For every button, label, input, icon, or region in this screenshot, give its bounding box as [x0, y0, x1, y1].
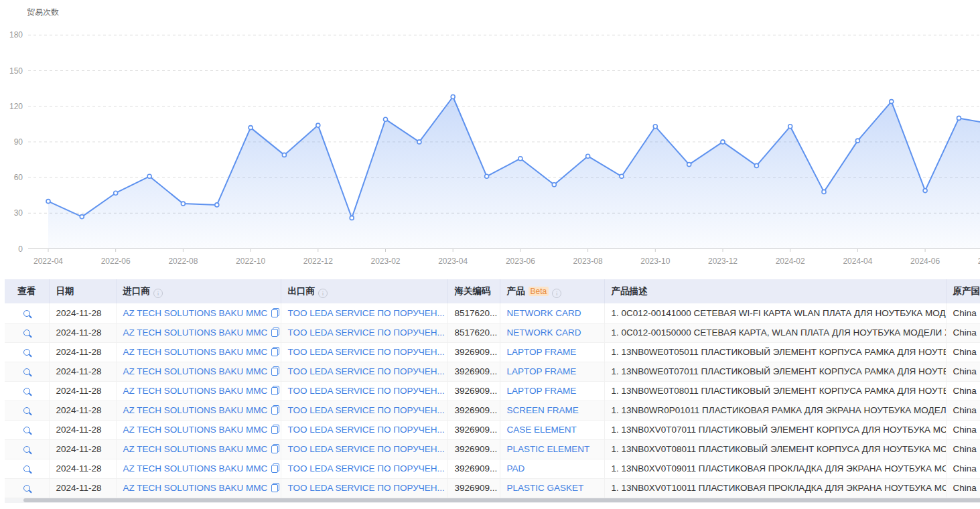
data-point-marker[interactable] [282, 153, 286, 157]
importer-link[interactable]: AZ TECH SOLUTIONS BAKU MMC [123, 405, 268, 415]
data-point-marker[interactable] [485, 174, 489, 178]
column-header-label: 产品 [507, 286, 525, 296]
hs-code-cell: 3926909... [447, 342, 500, 362]
data-point-marker[interactable] [147, 174, 151, 178]
view-detail-magnifier-icon[interactable] [23, 485, 30, 492]
data-point-marker[interactable] [957, 116, 961, 120]
copy-icon[interactable] [271, 483, 279, 492]
data-point-marker[interactable] [249, 126, 253, 130]
data-point-marker[interactable] [316, 123, 320, 127]
data-point-marker[interactable] [80, 215, 84, 219]
copy-icon[interactable] [271, 405, 279, 415]
horizontal-scrollbar[interactable] [5, 498, 980, 503]
exporter-link[interactable]: TOO LEDA SERVICE ПО ПОРУЧЕН... [288, 386, 445, 396]
copy-icon[interactable] [271, 386, 279, 395]
view-detail-magnifier-icon[interactable] [23, 446, 30, 453]
copy-icon[interactable] [271, 463, 279, 473]
product-link[interactable]: NETWORK CARD [507, 308, 581, 318]
exporter-link[interactable]: TOO LEDA SERVICE ПО ПОРУЧЕН... [288, 347, 445, 357]
date-value: 2024-11-28 [56, 366, 102, 376]
view-detail-magnifier-icon[interactable] [23, 407, 30, 414]
data-point-marker[interactable] [552, 183, 556, 187]
importer-link[interactable]: AZ TECH SOLUTIONS BAKU MMC [123, 328, 268, 338]
info-icon[interactable] [153, 289, 163, 298]
exporter-link[interactable]: TOO LEDA SERVICE ПО ПОРУЧЕН... [288, 328, 445, 338]
origin-country-cell: China [946, 478, 980, 498]
copy-icon[interactable] [271, 444, 279, 453]
view-detail-magnifier-icon[interactable] [23, 310, 30, 317]
table-row: 2024-11-28 AZ TECH SOLUTIONS BAKU MMC TO… [5, 478, 980, 498]
data-point-marker[interactable] [215, 203, 219, 207]
data-point-marker[interactable] [687, 163, 691, 167]
data-point-marker[interactable] [384, 117, 388, 121]
product-link[interactable]: LAPTOP FRAME [507, 347, 577, 357]
data-point-marker[interactable] [890, 100, 894, 104]
product-link[interactable]: NETWORK CARD [507, 328, 581, 338]
hs-code-value: 3926909... [455, 347, 498, 357]
data-point-marker[interactable] [923, 189, 927, 193]
view-cell [5, 439, 49, 459]
view-detail-magnifier-icon[interactable] [23, 427, 30, 433]
data-point-marker[interactable] [451, 95, 455, 99]
date-cell: 2024-11-28 [49, 420, 116, 439]
data-point-marker[interactable] [586, 154, 590, 158]
copy-icon[interactable] [271, 366, 279, 376]
info-icon[interactable] [552, 289, 561, 298]
view-detail-magnifier-icon[interactable] [23, 349, 30, 356]
data-point-marker[interactable] [721, 140, 725, 144]
data-point-marker[interactable] [822, 190, 826, 194]
view-detail-magnifier-icon[interactable] [23, 368, 30, 375]
data-point-marker[interactable] [181, 202, 185, 206]
product-link[interactable]: PLASTIC ELEMENT [507, 444, 590, 454]
table-row: 2024-11-28 AZ TECH SOLUTIONS BAKU MMC TO… [5, 303, 980, 323]
exporter-link[interactable]: TOO LEDA SERVICE ПО ПОРУЧЕН... [288, 405, 445, 415]
importer-link[interactable]: AZ TECH SOLUTIONS BAKU MMC [123, 386, 268, 396]
exporter-link[interactable]: TOO LEDA SERVICE ПО ПОРУЧЕН... [288, 366, 445, 376]
exporter-link[interactable]: TOO LEDA SERVICE ПО ПОРУЧЕН... [288, 483, 445, 493]
date-value: 2024-11-28 [56, 347, 102, 357]
exporter-link[interactable]: TOO LEDA SERVICE ПО ПОРУЧЕН... [288, 308, 445, 318]
view-detail-magnifier-icon[interactable] [23, 388, 30, 394]
product-link[interactable]: CASE ELEMENT [507, 425, 577, 435]
column-header-label: 出口商 [288, 286, 316, 296]
horizontal-scrollbar-thumb[interactable] [23, 498, 980, 502]
date-cell: 2024-11-28 [49, 362, 116, 381]
data-point-marker[interactable] [754, 163, 758, 167]
product-link[interactable]: PLASTIC GASKET [507, 483, 584, 493]
importer-link[interactable]: AZ TECH SOLUTIONS BAKU MMC [123, 308, 268, 318]
product-link[interactable]: LAPTOP FRAME [507, 366, 577, 376]
date-value: 2024-11-28 [56, 386, 102, 396]
data-point-marker[interactable] [620, 174, 624, 178]
data-point-marker[interactable] [350, 216, 354, 220]
copy-icon[interactable] [271, 328, 279, 337]
info-icon[interactable] [318, 289, 328, 298]
origin-country-cell: China [946, 362, 980, 381]
data-point-marker[interactable] [518, 157, 522, 161]
importer-link[interactable]: AZ TECH SOLUTIONS BAKU MMC [123, 425, 268, 435]
column-header-label: 日期 [56, 286, 74, 296]
data-point-marker[interactable] [788, 125, 792, 129]
importer-link[interactable]: AZ TECH SOLUTIONS BAKU MMC [123, 366, 268, 376]
product-link[interactable]: LAPTOP FRAME [507, 386, 577, 396]
x-axis-tick-label: 2022-06 [101, 257, 131, 266]
exporter-link[interactable]: TOO LEDA SERVICE ПО ПОРУЧЕН... [288, 463, 445, 474]
data-point-marker[interactable] [855, 139, 859, 143]
data-point-marker[interactable] [653, 125, 657, 129]
importer-link[interactable]: AZ TECH SOLUTIONS BAKU MMC [123, 463, 268, 474]
exporter-link[interactable]: TOO LEDA SERVICE ПО ПОРУЧЕН... [288, 425, 445, 435]
copy-icon[interactable] [271, 308, 279, 317]
view-detail-magnifier-icon[interactable] [23, 465, 30, 472]
importer-link[interactable]: AZ TECH SOLUTIONS BAKU MMC [123, 483, 268, 493]
importer-link[interactable]: AZ TECH SOLUTIONS BAKU MMC [123, 347, 268, 357]
product-link[interactable]: PAD [507, 463, 525, 474]
view-detail-magnifier-icon[interactable] [23, 330, 30, 336]
data-point-marker[interactable] [114, 191, 118, 195]
data-point-marker[interactable] [46, 200, 50, 204]
exporter-link[interactable]: TOO LEDA SERVICE ПО ПОРУЧЕН... [288, 444, 445, 454]
view-cell [5, 459, 49, 478]
copy-icon[interactable] [271, 347, 279, 356]
importer-link[interactable]: AZ TECH SOLUTIONS BAKU MMC [123, 444, 268, 454]
product-link[interactable]: SCREEN FRAME [507, 405, 579, 415]
data-point-marker[interactable] [417, 140, 421, 144]
copy-icon[interactable] [271, 425, 279, 434]
